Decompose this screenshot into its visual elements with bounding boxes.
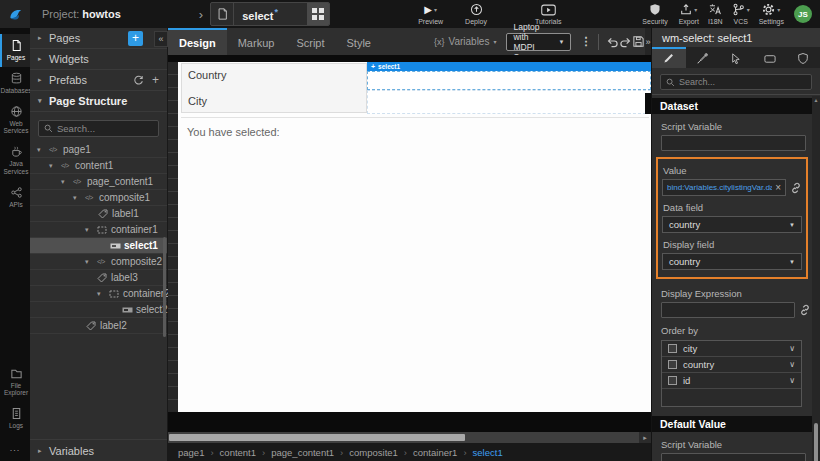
tab-markup[interactable]: Markup <box>227 28 286 55</box>
expand-arrow-icon[interactable] <box>85 258 97 266</box>
add-prefab-button[interactable] <box>152 73 159 87</box>
scroll-right-arrow[interactable] <box>639 432 651 443</box>
canvas-horizontal-scrollbar[interactable] <box>168 432 651 443</box>
user-avatar[interactable]: JS <box>794 5 812 23</box>
tree-item-label1[interactable]: label1 <box>30 206 167 222</box>
tree-item-container2[interactable]: container2 <box>30 286 167 302</box>
redo-button[interactable] <box>619 33 632 51</box>
deploy-button[interactable]: Deploy <box>465 4 487 25</box>
tab-style[interactable]: Style <box>336 28 382 55</box>
canvas-menu-button[interactable] <box>580 35 591 48</box>
default-script-variable-input[interactable] <box>661 453 806 461</box>
rail-item-logs[interactable]: Logs <box>0 402 30 435</box>
tree-item-page1[interactable]: </> page1 <box>30 142 167 158</box>
country-label[interactable]: Country <box>188 69 227 81</box>
security-button[interactable]: Security <box>642 4 667 25</box>
display-field-select[interactable]: country <box>662 253 802 270</box>
order-by-option-city[interactable]: city <box>662 341 801 357</box>
variables-dropdown[interactable]: {x} Variables <box>434 36 496 47</box>
rail-more-button[interactable]: ... <box>0 435 30 461</box>
sidebar-section-pages[interactable]: Pages <box>30 28 167 49</box>
tree-item-label2[interactable]: label2 <box>30 318 167 334</box>
panel-scrollbar[interactable] <box>812 96 820 461</box>
breadcrumb-item[interactable]: page1 <box>178 447 214 458</box>
scroll-down-arrow[interactable] <box>812 454 820 460</box>
script-variable-input[interactable] <box>661 135 806 151</box>
settings-button[interactable]: Settings <box>759 4 784 25</box>
display-expression-input[interactable] <box>661 302 795 318</box>
tree-item-label3[interactable]: label3 <box>30 270 167 286</box>
refresh-icon[interactable] <box>133 75 144 86</box>
form-labels-container[interactable]: Country City <box>181 63 367 113</box>
tree-item-select2[interactable]: select2 <box>30 302 167 318</box>
selected-widget-handle[interactable]: select1 <box>367 62 651 71</box>
expand-arrow-icon[interactable] <box>85 226 97 234</box>
breadcrumb-item[interactable]: content1 <box>220 447 266 458</box>
tab-security[interactable] <box>786 47 820 68</box>
device-selector[interactable]: Laptop with MDPI Screen <box>506 33 571 51</box>
expand-arrow-icon[interactable] <box>61 178 73 186</box>
page-grid-button[interactable] <box>307 3 329 25</box>
bind-link-icon[interactable] <box>790 182 802 194</box>
tree-item-composite1[interactable]: </> composite1 <box>30 190 167 206</box>
tree-scrollbar[interactable] <box>163 237 166 337</box>
rail-item-databases[interactable]: Databases <box>0 67 30 100</box>
chevron-down-icon[interactable] <box>789 344 795 353</box>
properties-search-input[interactable] <box>679 77 806 87</box>
export-button[interactable]: I18N Export <box>679 4 699 25</box>
rail-item-pages[interactable]: Pages <box>0 34 30 67</box>
rail-item-apis[interactable]: APIs <box>0 181 30 214</box>
page-structure-search[interactable] <box>38 120 159 137</box>
undo-button[interactable] <box>606 33 619 51</box>
i18n-button[interactable]: I18N <box>708 4 723 25</box>
select2-widget[interactable] <box>367 90 651 114</box>
tab-device[interactable] <box>753 47 787 68</box>
tree-item-select1[interactable]: select1 <box>30 238 167 254</box>
save-button[interactable] <box>632 33 645 51</box>
value-binding-input[interactable]: bind:Variables.citylistingVar.dataSet <box>662 179 786 196</box>
tab-styles[interactable] <box>686 47 720 68</box>
checkbox[interactable] <box>668 376 677 385</box>
dataset-section-header[interactable]: Dataset <box>652 98 812 114</box>
scroll-up-arrow[interactable] <box>812 97 820 103</box>
chevron-down-icon[interactable] <box>789 376 795 385</box>
order-by-option-id[interactable]: id <box>662 373 801 389</box>
city-label[interactable]: City <box>188 95 207 107</box>
breadcrumb-item[interactable]: composite1 <box>349 447 407 458</box>
tree-item-page_content1[interactable]: </> page_content1 <box>30 174 167 190</box>
expand-arrow-icon[interactable] <box>97 290 109 298</box>
data-field-select[interactable]: country <box>662 216 802 233</box>
checkbox[interactable] <box>668 344 677 353</box>
design-canvas[interactable]: Country City select1 You have selected: <box>178 62 651 412</box>
scrollbar-thumb[interactable] <box>169 434 465 441</box>
rail-item-file-explorer[interactable]: File Explorer <box>0 362 30 403</box>
breadcrumb-item[interactable]: page_content1 <box>271 447 343 458</box>
rail-item-web-services[interactable]: Web Services <box>0 100 30 141</box>
tab-events[interactable] <box>719 47 753 68</box>
expand-arrow-icon[interactable] <box>73 194 85 202</box>
expand-arrow-icon[interactable] <box>49 162 61 170</box>
clear-binding-icon[interactable] <box>772 182 781 193</box>
wavemaker-logo[interactable] <box>0 0 30 28</box>
bind-link-icon[interactable] <box>799 304 811 316</box>
page-tab-select[interactable]: select* <box>210 2 330 26</box>
vcs-button[interactable]: VCS <box>732 4 750 25</box>
tree-item-container1[interactable]: container1 <box>30 222 167 238</box>
select1-widget[interactable] <box>367 71 651 90</box>
checkbox[interactable] <box>668 360 677 369</box>
sidebar-section-variables[interactable]: Variables <box>30 439 167 461</box>
add-page-button[interactable] <box>128 31 143 46</box>
rail-item-java-services[interactable]: Java Services <box>0 140 30 181</box>
sidebar-section-page-structure[interactable]: Page Structure <box>30 91 167 112</box>
breadcrumb-item[interactable]: container1 <box>413 447 467 458</box>
chevron-down-icon[interactable] <box>789 360 795 369</box>
tree-item-composite2[interactable]: </> composite2 <box>30 254 167 270</box>
collapse-sidebar-button[interactable] <box>154 31 168 47</box>
search-input[interactable] <box>57 123 153 134</box>
tab-properties[interactable] <box>652 47 686 68</box>
sidebar-section-widgets[interactable]: Widgets <box>30 49 167 70</box>
tree-item-content1[interactable]: </> content1 <box>30 158 167 174</box>
order-by-option-country[interactable]: country <box>662 357 801 373</box>
breadcrumb-item-active[interactable]: select1 <box>473 447 503 458</box>
tab-script[interactable]: Script <box>285 28 335 55</box>
